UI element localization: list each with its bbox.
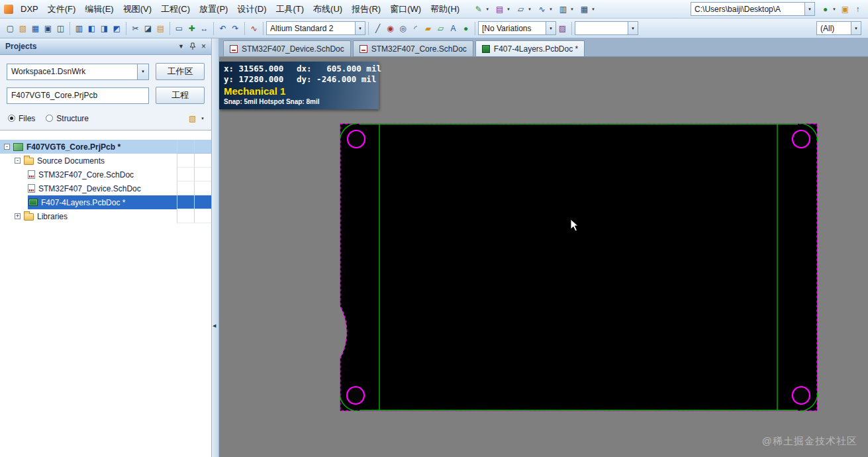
menu-window[interactable]: 窗口(W) bbox=[385, 1, 426, 18]
chevron-down-icon[interactable]: ▼ bbox=[851, 22, 861, 34]
scope-filter-combo[interactable]: (All) ▼ bbox=[816, 21, 861, 35]
print-preview-button[interactable]: ◫ bbox=[54, 22, 67, 34]
pcb-board[interactable] bbox=[340, 123, 818, 411]
mounting-hole-bottom-left[interactable] bbox=[347, 387, 364, 404]
print-button[interactable]: ▣ bbox=[42, 22, 54, 34]
separator bbox=[368, 22, 369, 35]
menu-view[interactable]: 视图(V) bbox=[119, 1, 156, 18]
cut-button[interactable]: ✂ bbox=[129, 22, 142, 34]
variant-combo[interactable]: [No Variations ▼ bbox=[478, 21, 556, 35]
new-document-button[interactable]: ▢ bbox=[4, 22, 17, 34]
signals-dropdown[interactable]: ∿▼ bbox=[534, 2, 554, 16]
chevron-down-icon[interactable]: ▼ bbox=[355, 22, 365, 34]
place-fill-button[interactable]: ▰ bbox=[422, 22, 434, 34]
install-icon[interactable]: ▣ bbox=[839, 3, 851, 15]
tree-item-pcbdoc[interactable]: F407-4Layers.PcbDoc * bbox=[0, 195, 211, 209]
camera-button[interactable]: ▨ bbox=[556, 22, 569, 34]
menu-file[interactable]: 文件(F) bbox=[43, 1, 81, 18]
tree-item-device-schdoc[interactable]: STM32F407_Device.SchDoc bbox=[0, 181, 211, 195]
menu-tools[interactable]: 工具(T) bbox=[271, 1, 309, 18]
tree-cell bbox=[194, 140, 211, 154]
panel-menu-button[interactable]: ▼ bbox=[178, 43, 184, 50]
collapse-icon[interactable]: - bbox=[4, 144, 10, 150]
paste-button[interactable]: ▤ bbox=[154, 22, 167, 34]
place-via-button[interactable]: ◎ bbox=[397, 22, 409, 34]
save-button[interactable]: ▦ bbox=[29, 22, 42, 34]
tree-item-core-schdoc[interactable]: STM32F407_Core.SchDoc bbox=[0, 168, 211, 181]
pcb-canvas[interactable]: x: 31565.000dx: 605.000 mil y: 17280.000… bbox=[219, 57, 868, 457]
layer-sets-dropdown[interactable]: ▤▼ bbox=[492, 2, 512, 16]
board-outline[interactable] bbox=[340, 124, 818, 411]
panel-options-button[interactable]: ▧ bbox=[186, 112, 199, 125]
tab-core-schdoc[interactable]: STM32F407_Core.SchDoc bbox=[353, 40, 473, 56]
pin-icon[interactable] bbox=[189, 42, 196, 50]
board-insight-dropdown[interactable]: ▥▼ bbox=[555, 2, 575, 16]
expand-icon[interactable]: + bbox=[15, 213, 21, 219]
project-field[interactable]: F407VGT6_Core.PrjPcb bbox=[7, 87, 149, 104]
mounting-hole-bottom-right[interactable] bbox=[793, 387, 810, 404]
grid-manager-dropdown[interactable]: ▦▼ bbox=[577, 2, 597, 16]
collapse-icon[interactable]: - bbox=[15, 158, 21, 164]
move-button[interactable]: ✚ bbox=[185, 22, 198, 34]
menu-project[interactable]: 工程(C) bbox=[156, 1, 195, 18]
panel-splitter[interactable]: ◀ bbox=[212, 38, 219, 457]
place-string-button[interactable]: A bbox=[447, 22, 459, 34]
schematic-doc-icon bbox=[28, 170, 35, 179]
menu-edit[interactable]: 编辑(E) bbox=[80, 1, 118, 18]
up-level-icon[interactable]: ↑ bbox=[851, 3, 864, 15]
recent-path-combo[interactable]: C:\Users\baiji\Desktop\A ▼ bbox=[691, 2, 815, 16]
menu-reports[interactable]: 报告(R) bbox=[347, 1, 385, 18]
tab-device-schdoc[interactable]: STM32F407_Device.SchDoc bbox=[223, 40, 351, 56]
radio-files[interactable]: Files bbox=[8, 114, 35, 123]
cross-probe-icon: ✎ bbox=[472, 3, 485, 15]
design-rule-check-button[interactable]: ● bbox=[459, 22, 472, 34]
menu-dxp[interactable]: DXP bbox=[16, 1, 43, 17]
hud-active-layer: Mechanical 1 bbox=[224, 85, 374, 97]
tree-item-source-documents[interactable]: - Source Documents bbox=[0, 154, 211, 168]
chevron-down-icon[interactable]: ▼ bbox=[804, 3, 814, 15]
menu-place[interactable]: 放置(P) bbox=[195, 1, 232, 18]
place-line-button[interactable]: ╱ bbox=[371, 22, 384, 34]
tree-item-libraries[interactable]: + Libraries bbox=[0, 209, 211, 223]
menu-route[interactable]: 布线(U) bbox=[309, 1, 347, 18]
secondary-combo[interactable]: ▼ bbox=[575, 21, 638, 35]
redo-button[interactable]: ↷ bbox=[229, 22, 242, 34]
hud-dy: dy: -246.000 mil bbox=[297, 74, 376, 85]
place-polygon-button[interactable]: ▱ bbox=[434, 22, 447, 34]
tree-item-project[interactable]: - F407VGT6_Core.PrjPcb * bbox=[0, 140, 211, 154]
select-area-button[interactable]: ▭ bbox=[173, 22, 185, 34]
radio-structure[interactable]: Structure bbox=[46, 114, 89, 123]
project-button[interactable]: 工程 bbox=[156, 87, 205, 104]
zoom-selected-button[interactable]: ◩ bbox=[111, 22, 123, 34]
undo-button[interactable]: ↶ bbox=[217, 22, 229, 34]
workspace-combo[interactable]: Workspace1.DsnWrk ▼ bbox=[7, 64, 149, 80]
web-update-dropdown[interactable]: ●▼ bbox=[818, 2, 838, 16]
menu-design[interactable]: 设计(D) bbox=[232, 1, 271, 18]
place-pad-button[interactable]: ◉ bbox=[384, 22, 397, 34]
chevron-down-icon[interactable]: ▼ bbox=[628, 22, 638, 34]
footprints-dropdown[interactable]: ▱▼ bbox=[513, 2, 533, 16]
tab-pcbdoc[interactable]: F407-4Layers.PcbDoc * bbox=[475, 40, 585, 56]
dxp-logo-icon bbox=[4, 5, 13, 14]
wire-button[interactable]: ∿ bbox=[248, 22, 260, 34]
panels-button[interactable]: ▥ bbox=[73, 22, 85, 34]
radio-dot bbox=[8, 115, 15, 122]
view-style-combo[interactable]: Altium Standard 2 ▼ bbox=[266, 21, 365, 35]
close-panel-button[interactable]: × bbox=[201, 42, 206, 51]
zoom-fit-button[interactable]: ◨ bbox=[98, 22, 111, 34]
open-document-button[interactable]: ▧ bbox=[17, 22, 29, 34]
collapse-panel-icon[interactable]: ◀ bbox=[213, 323, 216, 329]
mounting-hole-top-right[interactable] bbox=[793, 130, 810, 148]
menu-help[interactable]: 帮助(H) bbox=[426, 1, 464, 18]
offset-button[interactable]: ↔ bbox=[198, 22, 211, 34]
chevron-down-icon[interactable]: ▼ bbox=[137, 64, 148, 79]
zoom-window-button[interactable]: ◧ bbox=[85, 22, 98, 34]
cross-probe-dropdown[interactable]: ✎▼ bbox=[471, 2, 491, 16]
workspace-button[interactable]: 工作区 bbox=[156, 63, 205, 80]
document-tabbar: STM32F407_Device.SchDoc STM32F407_Core.S… bbox=[219, 38, 868, 57]
chevron-down-icon: ▼ bbox=[591, 7, 595, 11]
mounting-hole-top-left[interactable] bbox=[348, 130, 365, 148]
place-arc-button[interactable]: ◜ bbox=[409, 22, 422, 34]
chevron-down-icon[interactable]: ▼ bbox=[546, 22, 555, 34]
copy-button[interactable]: ◪ bbox=[142, 22, 154, 34]
